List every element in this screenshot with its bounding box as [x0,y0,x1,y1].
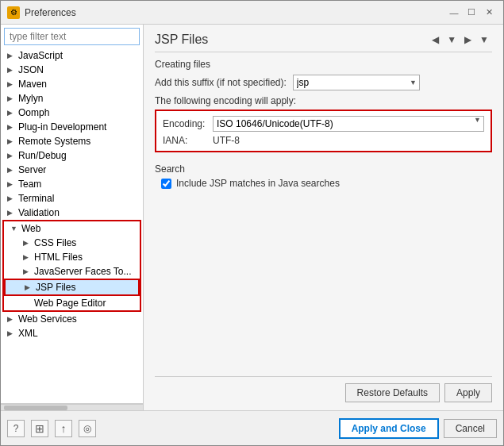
expand-arrow: ▶ [7,329,15,337]
expand-arrow: ▼ [10,225,18,233]
sidebar-item-label: Remote Systems [18,136,90,147]
expand-arrow: ▶ [7,94,15,102]
horizontal-scrollbar[interactable] [1,404,143,410]
iana-label: IANA: [163,135,206,146]
sidebar-item-label: JSON [18,64,44,75]
sidebar-item-css-files[interactable]: ▶ CSS Files [4,236,140,250]
content-area: ▶ JavaScript ▶ JSON ▶ Maven ▶ Mylyn [1,25,503,410]
sidebar-item-label: Server [18,164,46,175]
expand-arrow: ▶ [23,239,31,247]
main-panel: JSP Files ◀ ▼ ▶ ▼ Creating files Add thi… [144,25,503,410]
filter-input[interactable] [4,28,140,45]
encoding-box: Encoding: ISO 10646/Unicode(UTF-8) ▼ IAN… [155,110,492,152]
sidebar-item-label: Oomph [18,107,49,118]
nav-back-button[interactable]: ◀ [429,33,442,47]
sidebar-item-jsp-files[interactable]: ▶ JSP Files [4,279,140,296]
window-title: Preferences [25,7,76,18]
expand-arrow: ▶ [7,109,15,117]
sidebar-item-json[interactable]: ▶ JSON [1,63,143,77]
expand-arrow: ▶ [23,253,31,261]
sidebar-item-label: Validation [18,207,60,218]
help-icon[interactable]: ? [7,420,25,437]
restore-icon[interactable]: ◎ [79,420,96,437]
expand-arrow: ▶ [7,194,15,202]
bottom-buttons: Restore Defaults Apply [155,376,492,402]
close-button[interactable]: ✕ [481,5,497,21]
suffix-row: Add this suffix (if not specified): jsp … [155,75,492,90]
sidebar-item-label: JavaServer Faces To... [34,266,132,277]
import-icon[interactable]: ↑ [55,420,72,437]
sidebar-item-label: JavaScript [18,50,63,61]
iana-value: UTF-8 [213,135,240,146]
expand-arrow: ▶ [25,283,33,291]
suffix-select-wrapper: jsp ▼ [293,75,420,90]
restore-defaults-button[interactable]: Restore Defaults [345,383,440,402]
sidebar-item-oomph[interactable]: ▶ Oomph [1,106,143,120]
sidebar-item-html-files[interactable]: ▶ HTML Files [4,250,140,264]
maximize-button[interactable]: ☐ [464,5,479,21]
sidebar-item-mylyn[interactable]: ▶ Mylyn [1,91,143,106]
sidebar-item-label: Team [18,179,41,190]
checkbox-row: Include JSP matches in Java searches [161,178,492,189]
suffix-label: Add this suffix (if not specified): [155,77,287,88]
sidebar-item-label: Plug-in Development [18,121,106,133]
title-bar-controls: — ☐ ✕ [446,5,497,21]
sidebar-item-label: Web Services [18,313,77,325]
panel-title: JSP Files [155,33,429,47]
sidebar-item-maven[interactable]: ▶ Maven [1,77,143,91]
apply-close-button[interactable]: Apply and Close [339,418,439,439]
sidebar-item-terminal[interactable]: ▶ Terminal [1,191,143,206]
apply-button[interactable]: Apply [444,383,492,402]
sidebar-item-plugin[interactable]: ▶ Plug-in Development [1,120,143,134]
expand-arrow: ▶ [7,66,15,74]
expand-arrow: ▶ [7,152,15,160]
cancel-button[interactable]: Cancel [444,419,497,438]
sidebar-item-label: Run/Debug [18,150,67,161]
export-icon[interactable]: ⊞ [31,420,48,437]
sidebar-item-label: JSP Files [36,282,75,293]
title-bar: ⚙ Preferences — ☐ ✕ [1,1,503,25]
sidebar-item-validation[interactable]: ▶ Validation [1,206,143,220]
sidebar-item-server[interactable]: ▶ Server [1,163,143,177]
encoding-select-wrapper: ISO 10646/Unicode(UTF-8) ▼ [213,116,484,132]
window-icon: ⚙ [7,6,20,19]
expand-arrow: ▶ [7,315,15,323]
sidebar-item-label: CSS Files [34,237,76,248]
nav-dropdown-button[interactable]: ▼ [444,33,460,47]
sidebar-item-web-services[interactable]: ▶ Web Services [1,312,143,326]
web-group-box: ▼ Web ▶ CSS Files ▶ HTML Files [2,220,141,312]
footer: ? ⊞ ↑ ◎ Apply and Close Cancel [1,410,503,445]
sidebar-bottom [1,403,143,410]
sidebar-item-remote[interactable]: ▶ Remote Systems [1,134,143,148]
nav-forward-button[interactable]: ▶ [461,33,475,47]
include-jsp-checkbox[interactable] [161,179,171,189]
suffix-select[interactable]: jsp [293,75,420,90]
sidebar-item-web-page-editor[interactable]: ▶ Web Page Editor [4,296,140,310]
title-bar-left: ⚙ Preferences [7,6,76,19]
scrollbar-thumb[interactable] [4,406,67,410]
creating-files-section: Creating files [155,59,492,70]
footer-right: Apply and Close Cancel [339,418,497,439]
sidebar-item-web[interactable]: ▼ Web [4,221,140,236]
sidebar-item-label: Maven [18,79,47,90]
minimize-button[interactable]: — [446,5,462,21]
sidebar-item-team[interactable]: ▶ Team [1,177,143,191]
expand-arrow: ▶ [7,166,15,174]
expand-arrow: ▶ [7,137,15,145]
tree-area: ▶ JavaScript ▶ JSON ▶ Maven ▶ Mylyn [1,48,143,403]
expand-arrow: ▶ [7,180,15,188]
panel-title-row: JSP Files ◀ ▼ ▶ ▼ [155,33,492,52]
sidebar-item-label: Terminal [18,193,54,204]
footer-left: ? ⊞ ↑ ◎ [7,420,96,437]
panel-nav: ◀ ▼ ▶ ▼ [429,33,492,47]
sidebar-item-label: Web Page Editor [34,298,106,309]
sidebar-item-xml[interactable]: ▶ XML [1,326,143,340]
sidebar-item-run-debug[interactable]: ▶ Run/Debug [1,148,143,163]
expand-arrow: ▶ [23,267,31,275]
expand-arrow: ▶ [7,80,15,88]
nav-forward-dropdown-button[interactable]: ▼ [476,33,492,47]
encoding-select[interactable]: ISO 10646/Unicode(UTF-8) [213,116,484,132]
sidebar-item-label: Web [21,223,40,234]
sidebar-item-javascript[interactable]: ▶ JavaScript [1,48,143,63]
sidebar-item-jsf[interactable]: ▶ JavaServer Faces To... [4,264,140,279]
